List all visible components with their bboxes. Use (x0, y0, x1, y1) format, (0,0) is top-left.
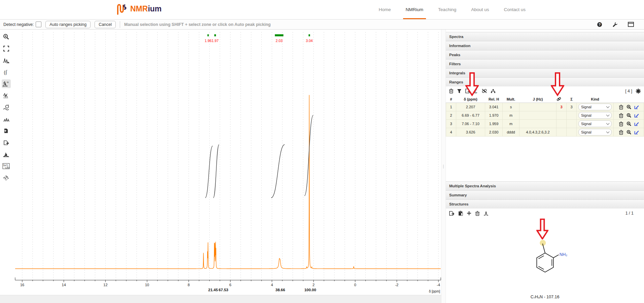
edit-range-icon[interactable] (634, 121, 639, 126)
cell-j: 4.0,4.3,2.6,3.2 (520, 128, 557, 137)
wrench-icon[interactable] (612, 22, 618, 27)
remove-assignments-icon[interactable] (481, 88, 487, 93)
auto-assignments-icon[interactable] (491, 89, 496, 93)
nmrium-logo[interactable]: NMRium (116, 3, 162, 15)
col-header-6: Σ (567, 96, 577, 103)
cell-mult: s (503, 103, 520, 111)
cell-num: 1 (446, 103, 456, 111)
nmrium-app: NMRium HomeNMRiumTeachingAbout usContact… (0, 0, 644, 303)
cell-delta: 7.06 - 7.10 (456, 120, 485, 128)
cell-kind: Signal (577, 111, 614, 120)
nmrium-logo-icon (116, 3, 129, 15)
cell-actions (614, 128, 644, 137)
spectrum-plot-area[interactable]: 1.961.972.033.041614121086420-2-421.4567… (12, 30, 441, 295)
svg-text:16: 16 (20, 283, 24, 287)
delete-range-icon[interactable] (619, 130, 623, 135)
filter-ranges-icon[interactable] (457, 88, 462, 93)
col-header-7: Kind (577, 96, 614, 103)
cancel-button[interactable]: Cancel (95, 21, 116, 28)
svg-text:14: 14 (62, 283, 66, 287)
auto-ranges-picking-button[interactable]: Auto ranges picking (45, 21, 91, 28)
link-column-icon (557, 96, 567, 103)
expand-icon[interactable] (2, 44, 11, 53)
chevron-down-icon (606, 122, 610, 125)
integral-icon[interactable]: {∫ (2, 68, 11, 76)
edit-range-icon[interactable] (634, 105, 639, 109)
real-imaginary-icon[interactable]: Im↖↘Re (2, 162, 11, 171)
accordion-peaks[interactable]: Peaks (446, 50, 644, 59)
delete-range-icon[interactable] (619, 105, 623, 110)
help-icon[interactable]: ? (597, 22, 602, 27)
chevron-down-icon (606, 113, 610, 117)
svg-text:8: 8 (188, 283, 190, 287)
nav-item-home[interactable]: Home (379, 0, 391, 19)
accordion-ranges[interactable]: Ranges (446, 77, 644, 86)
ranges-table: #δ (ppm)Rel. HMult.J (Hz)ΣKind 12.2073.0… (446, 96, 644, 137)
change-sum-icon[interactable]: Σ (474, 88, 478, 94)
add-structure-icon[interactable] (467, 211, 471, 216)
accordion-information[interactable]: Information (446, 41, 644, 50)
panel-resize-handle[interactable]: ⋮ (441, 30, 446, 303)
zoom-range-icon[interactable] (627, 121, 631, 126)
window-layout-icon[interactable] (628, 22, 634, 27)
phase-correction-icon[interactable] (2, 115, 11, 123)
kind-select[interactable]: Signal (578, 112, 612, 119)
zoom-range-icon[interactable] (627, 105, 631, 109)
kind-select[interactable]: Signal (578, 120, 612, 127)
svg-text:100.00: 100.00 (304, 288, 316, 292)
export-structure-icon[interactable] (449, 211, 454, 216)
accordion-summary[interactable]: Summary (446, 190, 644, 199)
accordion-multiple-spectra-analysis[interactable]: Multiple Spectra Analysis (446, 181, 644, 190)
accordion-structures[interactable]: Structures (446, 199, 644, 209)
structure-pager: 1 / 1 (625, 211, 641, 216)
delete-range-icon[interactable] (619, 113, 623, 118)
range-row-1[interactable]: 12.2073.041s33Signal (446, 103, 644, 111)
detect-negative-checkbox[interactable] (36, 22, 41, 27)
baseline-correction-icon[interactable] (2, 103, 11, 112)
nmrium-logo-text: NMRium (130, 3, 162, 15)
zoom-in-icon[interactable] (2, 32, 11, 41)
accordion-integrals[interactable]: Integrals (446, 68, 644, 77)
amine-label: NH₂ (559, 252, 567, 257)
cell-relH: 3.041 (485, 103, 503, 111)
predict-spectra-icon[interactable] (484, 211, 489, 216)
nav-item-contact-us[interactable]: Contact us (504, 0, 526, 19)
export-ranges-icon[interactable] (465, 88, 470, 93)
range-picking-icon[interactable]: m (2, 79, 11, 88)
symmetrize-icon[interactable] (2, 174, 11, 182)
export-icon[interactable] (2, 138, 11, 147)
delete-all-ranges-icon[interactable] (449, 88, 454, 93)
import-icon[interactable] (2, 126, 11, 135)
delete-range-icon[interactable] (619, 121, 623, 126)
accordion-filters[interactable]: Filters (446, 59, 644, 68)
ranges-settings-gear-icon[interactable] (636, 88, 641, 94)
peak-picking-icon[interactable] (2, 56, 11, 65)
cell-kind: Signal (577, 103, 614, 111)
toolbar-right-icons: ? (597, 22, 641, 27)
kind-select[interactable]: Signal (578, 104, 612, 110)
range-row-2[interactable]: 26.69 - 6.771.970mSignal (446, 111, 644, 120)
svg-text:∫: ∫ (5, 69, 7, 75)
accordion-spectra[interactable]: Spectra (446, 32, 644, 41)
nav-item-teaching[interactable]: Teaching (438, 0, 456, 19)
col-header-8 (614, 96, 644, 103)
peaks-compare-icon[interactable] (2, 150, 11, 159)
range-row-3[interactable]: 37.06 - 7.101.959mSignal (446, 120, 644, 128)
kind-select[interactable]: Signal (578, 129, 612, 136)
left-tool-strip: {∫mIm↖↘Re (0, 30, 12, 303)
svg-text:4: 4 (271, 283, 273, 287)
paste-structure-icon[interactable] (458, 211, 463, 216)
edit-range-icon[interactable] (634, 113, 639, 118)
delete-structure-icon[interactable] (475, 211, 480, 216)
cell-delta: 3.626 (456, 128, 485, 137)
nav-item-about-us[interactable]: About us (471, 0, 489, 19)
cell-relH: 1.970 (485, 111, 503, 120)
cell-mult: dddd (503, 128, 520, 137)
structure-viewer[interactable]: NH₂ (446, 218, 644, 295)
edit-range-icon[interactable] (634, 130, 639, 135)
zone-picking-icon[interactable] (2, 91, 11, 100)
zoom-range-icon[interactable] (627, 113, 631, 118)
zoom-range-icon[interactable] (627, 130, 631, 135)
range-row-4[interactable]: 43.6262.030dddd4.0,4.3,2.6,3.2Signal (446, 128, 644, 137)
nav-item-nmrium[interactable]: NMRium (406, 0, 424, 19)
